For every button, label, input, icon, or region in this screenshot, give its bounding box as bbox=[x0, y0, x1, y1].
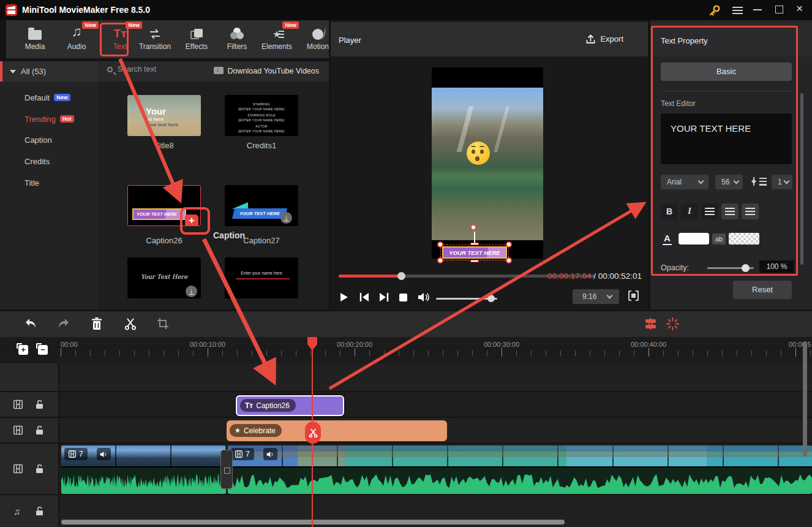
font-color-button[interactable]: A bbox=[663, 233, 672, 245]
add-template-button[interactable]: + bbox=[185, 214, 198, 226]
transition-handle[interactable] bbox=[220, 450, 233, 489]
unlock-icon[interactable] bbox=[36, 426, 43, 435]
timeline-vscrollbar[interactable] bbox=[803, 341, 807, 457]
align-left-button[interactable] bbox=[701, 203, 718, 219]
split-scissors-badge[interactable] bbox=[305, 422, 321, 444]
align-right-button[interactable] bbox=[742, 203, 759, 219]
resize-handle[interactable] bbox=[470, 243, 479, 245]
caption-clip[interactable]: Tт Caption26 bbox=[236, 395, 344, 416]
previous-frame-button[interactable] bbox=[359, 292, 369, 302]
reset-button[interactable]: Reset bbox=[733, 281, 792, 299]
element-clip[interactable]: ★ Celebrate bbox=[227, 420, 447, 441]
sidebar-item-title[interactable]: Title bbox=[0, 173, 98, 192]
volume-slider[interactable] bbox=[436, 298, 497, 300]
close-button[interactable]: × bbox=[796, 2, 803, 15]
text-editor-input[interactable]: YOUR TEXT HERE bbox=[661, 113, 792, 164]
selected-caption-overlay[interactable]: YOUR TEXT HERE bbox=[442, 246, 507, 259]
text-editor-label: Text Editor bbox=[661, 99, 696, 108]
align-center-button[interactable] bbox=[721, 203, 739, 219]
maximize-button[interactable] bbox=[775, 6, 783, 13]
tab-audio[interactable]: ♫ Audio New bbox=[57, 24, 96, 51]
search-icon bbox=[107, 67, 113, 72]
aspect-ratio-select[interactable]: 9:16 bbox=[573, 289, 619, 304]
remove-track-button[interactable]: − bbox=[38, 345, 48, 355]
bold-button[interactable]: B bbox=[661, 203, 678, 219]
timeline-ruler[interactable]: + − 00:00 00:00:10:00 00:00:20:00 00:00:… bbox=[0, 337, 812, 358]
search-input[interactable] bbox=[118, 65, 191, 74]
tab-filters[interactable]: Filters bbox=[217, 24, 257, 51]
sidebar-item-default[interactable]: Default New bbox=[0, 88, 98, 107]
resize-handle[interactable] bbox=[437, 257, 443, 264]
split-button[interactable] bbox=[124, 317, 137, 330]
line-spacing-icon[interactable] bbox=[753, 176, 767, 188]
video-preview[interactable]: YOUR TEXT HERE bbox=[432, 67, 543, 259]
volume-handle[interactable] bbox=[487, 295, 495, 302]
video-clip-2[interactable]: 7 bbox=[228, 445, 812, 494]
resize-handle[interactable] bbox=[437, 241, 443, 248]
fullscreen-button[interactable] bbox=[628, 290, 639, 301]
template-credits1[interactable]: STARRING [ENTER YOUR NAME HERE] STARRING… bbox=[225, 95, 298, 136]
tab-media[interactable]: Media bbox=[15, 24, 55, 51]
sidebar-item-credits[interactable]: Credits bbox=[0, 152, 98, 170]
download-template-icon[interactable]: ↓ bbox=[280, 212, 292, 224]
tab-text[interactable]: Tт Text New bbox=[100, 24, 140, 51]
stop-button[interactable] bbox=[399, 294, 407, 301]
volume-icon[interactable] bbox=[418, 292, 430, 302]
play-button[interactable] bbox=[340, 292, 348, 302]
opacity-slider[interactable] bbox=[707, 267, 754, 269]
basic-tab-button[interactable]: Basic bbox=[661, 63, 792, 81]
video-clip-1[interactable]: 7 bbox=[61, 445, 226, 494]
unlock-icon[interactable] bbox=[36, 400, 43, 409]
template-caption26[interactable]: YOUR TEXT HERE + bbox=[127, 185, 201, 226]
unlock-icon[interactable] bbox=[36, 464, 43, 474]
template-caption27[interactable]: YOUR TEXT HERE ↓ bbox=[225, 185, 298, 226]
resize-handle[interactable] bbox=[470, 260, 479, 262]
unlock-icon[interactable] bbox=[36, 507, 43, 516]
element-track[interactable]: ★ Celebrate bbox=[0, 418, 812, 444]
font-family-select[interactable]: Arial bbox=[661, 175, 709, 189]
template-caption-script[interactable]: Your Text Here ↓ bbox=[127, 257, 201, 298]
property-header: Text Property bbox=[650, 22, 812, 56]
highlight-color-swatch[interactable] bbox=[729, 233, 759, 245]
license-key-icon[interactable] bbox=[709, 5, 720, 16]
tab-elements[interactable]: ★ Elements New bbox=[257, 24, 296, 51]
download-youtube-link[interactable]: Download YouTube Videos bbox=[228, 67, 319, 75]
align-center-icon bbox=[725, 208, 735, 215]
template-caption-name[interactable]: Enter your name here bbox=[225, 257, 298, 298]
tab-effects[interactable]: Effects bbox=[177, 24, 216, 51]
library-search-row: Download YouTube Videos bbox=[98, 61, 329, 82]
emoji-sticker[interactable] bbox=[467, 142, 490, 165]
tab-transition[interactable]: Transition bbox=[135, 24, 175, 51]
text-track[interactable]: Tт Caption26 bbox=[0, 392, 812, 418]
seek-handle[interactable] bbox=[397, 272, 405, 280]
redo-button[interactable] bbox=[58, 317, 70, 330]
video-track[interactable]: 7 7 bbox=[0, 444, 812, 495]
rotate-handle[interactable] bbox=[470, 224, 476, 230]
effect-burst-icon[interactable] bbox=[666, 317, 679, 330]
export-button[interactable]: Export bbox=[586, 34, 623, 44]
property-scrollbar[interactable] bbox=[800, 93, 803, 265]
minimize-button[interactable] bbox=[753, 9, 762, 10]
highlight-color-button[interactable]: ab bbox=[712, 233, 726, 245]
add-track-button[interactable]: + bbox=[18, 345, 28, 355]
opacity-handle[interactable] bbox=[742, 264, 750, 272]
crop-button[interactable] bbox=[157, 317, 169, 330]
empty-track[interactable] bbox=[0, 363, 812, 392]
italic-button[interactable]: I bbox=[681, 203, 698, 219]
line-spacing-select[interactable]: 1 bbox=[772, 175, 792, 189]
font-size-select[interactable]: 56 bbox=[715, 175, 743, 189]
timeline-hscrollbar[interactable] bbox=[61, 520, 565, 525]
sidebar-item-all[interactable]: All (53) bbox=[0, 61, 98, 82]
delete-button[interactable] bbox=[91, 317, 102, 330]
sidebar-item-caption[interactable]: Caption bbox=[0, 131, 98, 149]
undo-button[interactable] bbox=[24, 317, 37, 330]
download-template-icon[interactable]: ↓ bbox=[186, 286, 197, 297]
next-frame-button[interactable] bbox=[379, 292, 389, 302]
sidebar-item-trending[interactable]: Trending Hot bbox=[0, 110, 98, 128]
detach-tool-icon[interactable] bbox=[644, 317, 657, 330]
menu-icon[interactable] bbox=[732, 5, 743, 16]
font-color-swatch[interactable] bbox=[679, 233, 709, 245]
resize-handle[interactable] bbox=[506, 241, 512, 248]
resize-handle[interactable] bbox=[506, 257, 512, 264]
template-title8[interactable]: Your text here Your text here bbox=[127, 95, 201, 136]
